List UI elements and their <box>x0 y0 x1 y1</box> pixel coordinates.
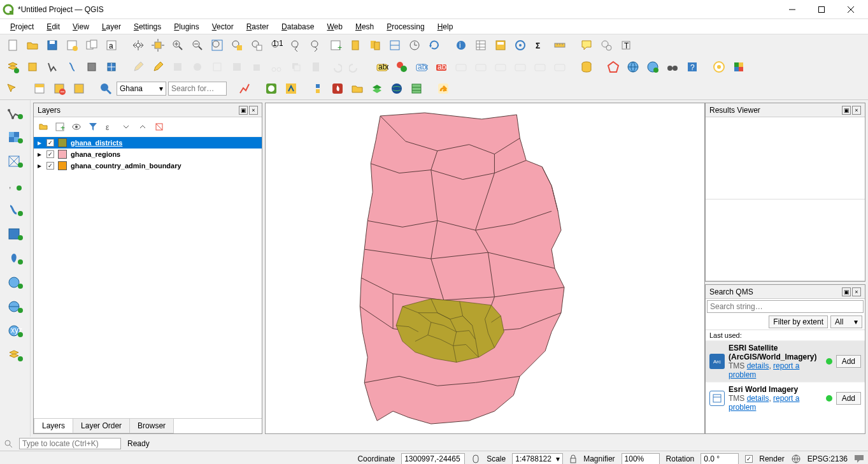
qms-search-input[interactable] <box>707 300 864 313</box>
add-wfs-icon[interactable] <box>4 296 27 317</box>
layers-visibility-icon[interactable] <box>69 120 83 134</box>
green-layer-icon[interactable] <box>368 80 386 98</box>
select-by-attr-icon[interactable] <box>31 80 48 98</box>
panel-tab-layer-order[interactable]: Layer Order <box>73 419 130 433</box>
locator-input[interactable] <box>19 438 121 449</box>
add-vector-icon[interactable] <box>4 103 27 123</box>
text-annotation-icon[interactable]: T <box>617 36 635 54</box>
zoom-last-icon[interactable] <box>287 36 305 54</box>
attributes-table-icon[interactable] <box>472 36 490 54</box>
zoom-full-icon[interactable] <box>208 36 226 54</box>
add-raster-icon[interactable] <box>4 127 27 147</box>
search-location-select[interactable]: Ghana▾ <box>117 82 166 96</box>
db-manager-icon[interactable] <box>578 58 595 76</box>
layer-checkbox[interactable]: ✓ <box>46 139 54 147</box>
globe-nav-icon[interactable] <box>388 80 406 98</box>
menu-edit[interactable]: Edit <box>41 21 65 33</box>
pan-to-selection-icon[interactable] <box>149 36 167 54</box>
select-icon[interactable] <box>4 80 22 98</box>
add-delimited-icon[interactable]: , <box>4 175 27 196</box>
menu-settings[interactable]: Settings <box>129 21 166 33</box>
label-layer-icon[interactable]: abc <box>373 58 391 76</box>
map-tips-icon[interactable] <box>578 36 595 54</box>
minimize-button[interactable] <box>778 0 807 19</box>
python-console-icon[interactable] <box>309 80 327 98</box>
vertex-tool-icon[interactable] <box>208 58 226 76</box>
paste-icon[interactable] <box>307 58 325 76</box>
rotation-input[interactable]: 0.0 ° <box>701 453 739 465</box>
qfield-icon[interactable] <box>282 80 300 98</box>
layers-remove-icon[interactable] <box>152 120 166 134</box>
save-project-icon[interactable] <box>43 36 61 54</box>
zoom-in-icon[interactable] <box>169 36 187 54</box>
add-xyz-icon[interactable]: xyz <box>4 321 27 341</box>
orange-arrow-icon[interactable] <box>434 80 452 98</box>
label-highlight-icon[interactable] <box>472 58 490 76</box>
identify-icon[interactable]: i <box>452 36 470 54</box>
new-shapefile-icon[interactable] <box>43 58 61 76</box>
search-for-input[interactable] <box>168 82 227 96</box>
crs-icon[interactable] <box>791 454 801 464</box>
panel-close-button[interactable]: × <box>249 106 258 115</box>
menu-plugins[interactable]: Plugins <box>169 21 204 33</box>
help-icon[interactable]: ? <box>683 58 701 76</box>
processing-toolbox-icon[interactable] <box>511 36 529 54</box>
edit-pencil-icon[interactable] <box>129 58 147 76</box>
lock-icon[interactable] <box>569 454 577 463</box>
fire-icon[interactable] <box>329 80 346 98</box>
pan-icon[interactable] <box>129 36 147 54</box>
add-virtual-icon[interactable] <box>4 224 27 244</box>
magnifier-input[interactable]: 100% <box>622 453 660 465</box>
new-project-icon[interactable] <box>4 36 22 54</box>
layout-manager-icon[interactable] <box>83 36 101 54</box>
layer-item-1[interactable]: ▸✓ghana_regions <box>34 149 262 160</box>
render-checkbox[interactable]: ✓ <box>745 455 753 463</box>
qms-close-button[interactable]: × <box>852 287 861 296</box>
data-plotly-icon[interactable] <box>236 80 253 98</box>
folder-action-icon[interactable] <box>348 80 366 98</box>
layer-checkbox[interactable]: ✓ <box>46 162 54 170</box>
style-manager-icon[interactable]: a <box>103 36 120 54</box>
redo-icon[interactable] <box>346 58 364 76</box>
add-feature-icon[interactable] <box>189 58 206 76</box>
binoculars-icon[interactable] <box>664 58 681 76</box>
label-red-icon[interactable]: abc <box>432 58 450 76</box>
label-pin-icon[interactable] <box>452 58 470 76</box>
label-rules-icon[interactable] <box>393 58 411 76</box>
label-rotate-icon[interactable] <box>531 58 549 76</box>
menu-web[interactable]: Web <box>322 21 347 33</box>
new-bookmark-icon[interactable] <box>346 36 364 54</box>
new-layout-icon[interactable] <box>63 36 81 54</box>
measure-icon[interactable] <box>551 36 569 54</box>
panel-tab-browser[interactable]: Browser <box>129 419 174 433</box>
shape-red-icon[interactable] <box>604 58 622 76</box>
delete-selected-icon[interactable] <box>248 58 266 76</box>
menu-processing[interactable]: Processing <box>381 21 429 33</box>
cut-icon[interactable] <box>267 58 285 76</box>
new-map-view-icon[interactable]: + <box>327 36 345 54</box>
menu-layer[interactable]: Layer <box>97 21 126 33</box>
layers-expand-icon[interactable] <box>119 120 133 134</box>
add-mesh-icon[interactable] <box>4 151 27 171</box>
orfeo-icon[interactable] <box>262 80 280 98</box>
label-hide-icon[interactable] <box>492 58 509 76</box>
add-vector-layer-icon[interactable] <box>4 58 22 76</box>
layers-open-icon[interactable] <box>36 120 50 134</box>
statistics-icon[interactable]: Σ <box>531 36 549 54</box>
globe-green-icon[interactable] <box>644 58 662 76</box>
add-postgis-icon[interactable] <box>4 248 27 268</box>
label-change-icon[interactable] <box>551 58 569 76</box>
maximize-button[interactable] <box>807 0 836 19</box>
qms-filter-extent-button[interactable]: Filter by extent <box>769 315 828 328</box>
annotation-icon[interactable] <box>597 36 615 54</box>
refresh-icon[interactable] <box>425 36 443 54</box>
results-undock-button[interactable]: ▣ <box>842 106 851 115</box>
temporal-controller-icon[interactable] <box>406 36 423 54</box>
panel-tab-layers[interactable]: Layers <box>34 419 73 433</box>
layers-add-group-icon[interactable]: + <box>53 120 67 134</box>
new-mesh-layer-icon[interactable] <box>103 58 120 76</box>
new-geopackage-icon[interactable] <box>24 58 41 76</box>
panel-undock-button[interactable]: ▣ <box>239 106 248 115</box>
temporal-icon[interactable] <box>386 36 404 54</box>
results-close-button[interactable]: × <box>852 106 861 115</box>
